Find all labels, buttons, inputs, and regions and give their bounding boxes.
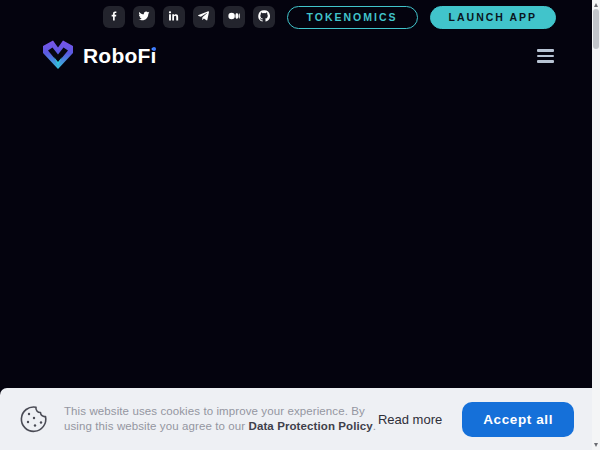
scrollbar-down-arrow[interactable] — [594, 443, 598, 447]
scrollbar-up-arrow[interactable] — [594, 3, 598, 7]
utility-bar: TOKENOMICS LAUNCH APP — [0, 0, 600, 30]
twitter-icon — [138, 8, 150, 26]
twitter-button[interactable] — [133, 6, 155, 28]
facebook-button[interactable] — [103, 6, 125, 28]
brand-logo[interactable]: RoboFi — [40, 38, 157, 75]
launch-app-button[interactable]: LAUNCH APP — [430, 6, 556, 29]
browser-scrollbar[interactable] — [592, 0, 600, 450]
hamburger-menu-icon[interactable] — [537, 46, 554, 66]
top-bar: TOKENOMICS LAUNCH APP — [0, 0, 600, 76]
github-icon — [258, 8, 270, 26]
medium-icon — [228, 8, 240, 26]
github-button[interactable] — [253, 6, 275, 28]
tokenomics-button[interactable]: TOKENOMICS — [287, 6, 418, 29]
cookie-icon — [18, 403, 50, 435]
facebook-icon — [108, 8, 120, 26]
cookie-message: This website uses cookies to improve you… — [64, 404, 378, 434]
main-nav-bar: RoboFi — [0, 36, 600, 76]
robofi-shield-icon — [40, 38, 76, 75]
medium-button[interactable] — [223, 6, 245, 28]
linkedin-button[interactable] — [163, 6, 185, 28]
telegram-icon — [198, 8, 210, 26]
read-more-link[interactable]: Read more — [378, 412, 442, 427]
scrollbar-thumb[interactable] — [593, 9, 599, 49]
cookie-banner: This website uses cookies to improve you… — [0, 388, 600, 450]
telegram-button[interactable] — [193, 6, 215, 28]
data-protection-policy-link[interactable]: Data Protection Policy — [249, 420, 373, 432]
linkedin-icon — [168, 8, 180, 26]
brand-name: RoboFi — [83, 44, 157, 68]
accept-all-button[interactable]: Accept all — [462, 402, 574, 437]
